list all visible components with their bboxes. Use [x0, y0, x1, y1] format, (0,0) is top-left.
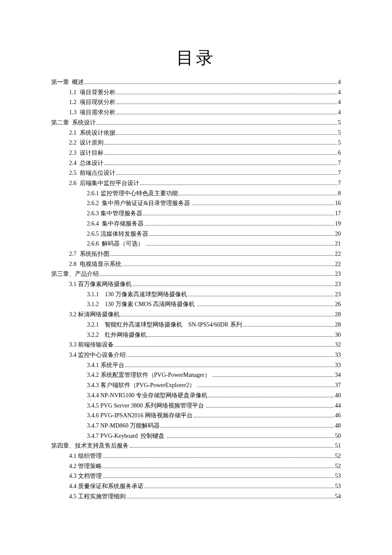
toc-leader-dots: [116, 134, 337, 135]
toc-entry[interactable]: 2.2 设计原则5: [51, 138, 341, 148]
toc-entry-page: 7: [338, 168, 341, 178]
toc-entry[interactable]: 3.4.2 系统配置管理软件（PVG-PowerManager） 34: [51, 370, 341, 380]
toc-entry[interactable]: 1.1 项目背景分析4: [51, 87, 341, 98]
toc-entry-label: 2.3 设计目标: [69, 148, 104, 158]
toc-entry[interactable]: 第一章 概述4: [51, 77, 341, 87]
toc-entry-label: 2.6.1 监控管理中心特色及主要功能: [87, 188, 178, 199]
toc-entry[interactable]: 3.4.4 NP-NVR5100 专业存储型网络硬盘录像机40: [51, 390, 341, 401]
toc-entry[interactable]: 2.6 后端集中监控平台设计7: [51, 178, 341, 188]
toc-entry-page: 21: [335, 239, 341, 249]
toc-leader-dots: [116, 114, 337, 114]
toc-entry-label: 2.5 前端点位设计: [69, 168, 115, 178]
toc-entry[interactable]: 3.4.1 系统平台33: [51, 360, 341, 370]
toc-entry-label: 4.1 组织管理: [69, 451, 102, 461]
toc-entry[interactable]: 3.4.3 客户端软件（PVG-PowerExplorer2） 37: [51, 380, 341, 390]
toc-entry-page: 53: [335, 471, 341, 481]
toc-leader-dots: [127, 356, 334, 357]
toc-entry[interactable]: 2.1 系统设计依据5: [51, 128, 341, 138]
toc-entry-label: 2.8 电视墙显示系统: [69, 259, 121, 269]
toc-leader-dots: [140, 185, 337, 185]
toc-entry-label: 1.3 项目需求分析: [69, 107, 115, 118]
toc-entry[interactable]: 4.2 管理策略52: [51, 461, 341, 471]
page-title: 目录: [51, 46, 341, 69]
toc-entry[interactable]: 2.4 总体设计7: [51, 158, 341, 168]
toc-leader-dots: [167, 437, 334, 438]
toc-entry[interactable]: 2.6.1 监控管理中心特色及主要功能8: [51, 188, 341, 199]
toc-entry[interactable]: 3.4 监控中心设备介绍33: [51, 350, 341, 360]
toc-entry-page: 23: [335, 269, 341, 279]
toc-leader-dots: [133, 286, 334, 286]
toc-leader-dots: [104, 165, 337, 165]
toc-entry-label: 3.4.6 PVG-IPSAN2016 网络视频存储平台: [87, 410, 193, 421]
toc-entry-label: 4.3 文档管理: [69, 471, 102, 481]
toc-entry[interactable]: 2.8 电视墙显示系统22: [51, 259, 341, 269]
toc-entry[interactable]: 3.2.1 智能红外高速球型网络摄像机 SN-IPS54/60DR 系列28: [51, 320, 341, 330]
toc-leader-dots: [116, 174, 337, 175]
toc-entry-page: 40: [335, 390, 341, 401]
toc-leader-dots: [130, 447, 334, 448]
toc-entry[interactable]: 1.3 项目需求分析4: [51, 107, 341, 118]
toc-leader-dots: [100, 275, 334, 276]
toc-entry[interactable]: 2.7 系统拓扑图22: [51, 249, 341, 259]
toc-entry-label: 2.6.2 集中用户验证证&目录管理服务器: [87, 198, 191, 208]
toc-entry[interactable]: 2.6.3 集中管理服务器17: [51, 208, 341, 219]
toc-entry-page: 7: [338, 178, 341, 188]
toc-entry[interactable]: 2.3 设计目标6: [51, 148, 341, 158]
toc-leader-dots: [197, 387, 334, 387]
toc-entry[interactable]: 第二章 系统设计5: [51, 118, 341, 128]
toc-entry-label: 4.2 管理策略: [69, 461, 102, 471]
toc-leader-dots: [115, 346, 334, 347]
toc-entry-page: 22: [335, 259, 341, 269]
toc-entry-label: 3.1 百万像素网络摄像机: [69, 279, 132, 289]
toc-leader-dots: [213, 376, 334, 377]
toc-entry-page: 17: [335, 208, 341, 219]
toc-entry-page: 19: [335, 219, 341, 229]
toc-entry-label: 3.4.7 NP-MD860 万能解码器: [87, 421, 160, 431]
toc-entry[interactable]: 3.3 前端传输设备32: [51, 340, 341, 350]
toc-leader-dots: [147, 336, 334, 337]
toc-entry[interactable]: 2.6.2 集中用户验证证&目录管理服务器 16: [51, 198, 341, 208]
toc-entry[interactable]: 3.4.6 PVG-IPSAN2016 网络视频存储平台46: [51, 410, 341, 421]
toc-leader-dots: [110, 255, 334, 256]
toc-entry[interactable]: 3.4.7 PVG-Keyboard 控制键盘 50: [51, 431, 341, 441]
toc-entry-page: 5: [338, 128, 341, 138]
toc-entry[interactable]: 2.6.6 解码器（可选） 21: [51, 239, 341, 249]
toc-entry[interactable]: 3.4.7 NP-MD860 万能解码器48: [51, 421, 341, 431]
toc-entry-page: 34: [335, 370, 341, 380]
toc-entry-label: 第四章、技术支持及售后服务: [51, 441, 129, 451]
toc-leader-dots: [206, 407, 334, 408]
toc-entry[interactable]: 4.3 文档管理53: [51, 471, 341, 481]
toc-leader-dots: [197, 306, 334, 306]
toc-entry[interactable]: 第三章、产品介绍23: [51, 269, 341, 279]
toc-entry-page: 4: [338, 107, 341, 118]
toc-entry[interactable]: 3.1 百万像素网络摄像机23: [51, 279, 341, 289]
toc-entry[interactable]: 第四章、技术支持及售后服务51: [51, 441, 341, 451]
toc-entry[interactable]: 2.6.4 集中存储服务器19: [51, 219, 341, 229]
toc-entry[interactable]: 4.5 工程实施管理细则54: [51, 491, 341, 502]
toc-entry-page: 51: [335, 441, 341, 451]
toc-entry-label: 第三章、产品介绍: [51, 269, 99, 279]
toc-entry[interactable]: 1.2 项目现状分析4: [51, 97, 341, 107]
toc-entry[interactable]: 2.5 前端点位设计7: [51, 168, 341, 178]
toc-entry-page: 32: [335, 340, 341, 350]
toc-entry-page: 22: [335, 249, 341, 259]
toc-leader-dots: [208, 397, 334, 397]
toc-leader-dots: [149, 235, 334, 236]
toc-leader-dots: [103, 457, 334, 458]
toc-entry[interactable]: 3.1.1 130 万像素高速球型网络摄像机23: [51, 289, 341, 300]
toc-entry[interactable]: 3.2.2 红外网络摄像机30: [51, 330, 341, 340]
toc-entry[interactable]: 3.2 标清网络摄像机28: [51, 309, 341, 320]
toc-entry[interactable]: 2.6.5 流媒体转发服务器20: [51, 229, 341, 239]
toc-entry-page: 33: [335, 360, 341, 370]
toc-entry[interactable]: 3.4.5 PVG Server 3800 系列网络视频管理平台 44: [51, 401, 341, 411]
toc-entry-page: 33: [335, 350, 341, 360]
toc-entry-label: 3.1.1 130 万像素高速球型网络摄像机: [87, 289, 187, 300]
toc-entry[interactable]: 4.1 组织管理52: [51, 451, 341, 461]
toc-entry-page: 28: [335, 309, 341, 320]
toc-entry-page: 4: [338, 77, 341, 87]
toc-entry-label: 2.7 系统拓扑图: [69, 249, 110, 259]
toc-entry[interactable]: 3.1.2 130 万像素 CMOS 高清网络摄像机 26: [51, 299, 341, 309]
toc-leader-dots: [188, 296, 334, 296]
document-page: 目录 第一章 概述41.1 项目背景分析41.2 项目现状分析41.3 项目需求…: [0, 0, 392, 555]
toc-entry[interactable]: 4.4 质量保证和系统服务承诺53: [51, 481, 341, 491]
